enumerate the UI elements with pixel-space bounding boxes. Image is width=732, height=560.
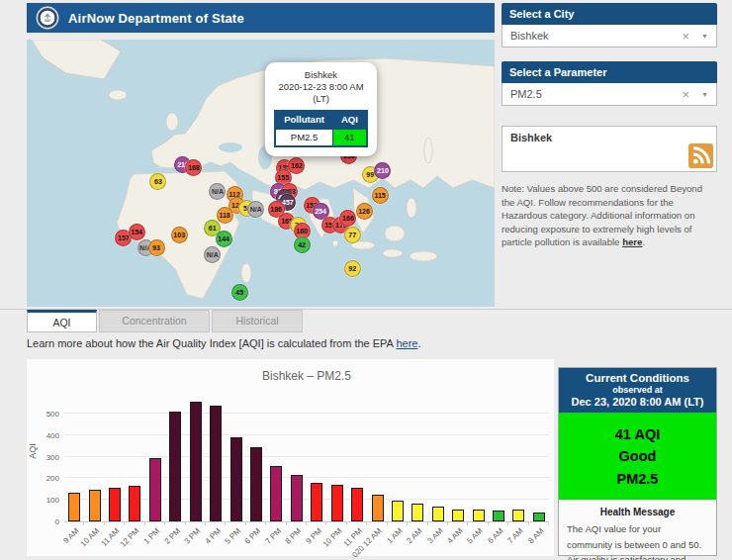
chart-bar[interactable] [190,402,202,521]
x-tick-label: 4 AM [445,526,464,545]
aqi-map-marker[interactable]: 77 [344,227,361,243]
observed-datetime: Dec 23, 2020 8:00 AM (LT) [561,396,714,408]
tab-concentration[interactable]: Concentration [99,310,210,332]
aqi-bar-chart: Bishkek – PM2.5 AQI 0100200300400500 9 A… [27,359,554,556]
tab-bar: AQI Concentration Historical [0,309,732,335]
tab-aqi[interactable]: AQI [27,310,97,332]
x-tick-label: 8 AM [526,526,545,545]
aqi-map-marker[interactable]: 144 [216,231,232,247]
chart-bar[interactable] [452,510,464,521]
city-select-value: Bishkek [510,30,682,42]
note-period: . [642,236,645,247]
chart-bar-slot: 12 PM [125,395,144,521]
aqi-map-marker[interactable]: N/A [247,201,264,218]
chart-bar[interactable] [250,447,262,521]
feed-city-title: Bishkek [510,132,552,143]
chart-bar-slot: 9 PM [307,395,326,521]
chart-bar[interactable] [412,504,423,521]
aqi-map-marker[interactable]: 118 [217,207,233,224]
aqi-map-marker[interactable]: 166 [339,210,356,227]
y-tick-label: 200 [46,474,59,483]
aqi-map-marker[interactable]: N/A [209,183,226,200]
note-here-link[interactable]: here [622,236,642,247]
aqi-map-marker[interactable]: 162 [288,157,305,174]
chart-bar-slot: 10 PM [326,395,346,521]
chart-bar[interactable] [291,475,303,521]
aqi-map-marker[interactable]: 103 [171,227,188,243]
chart-bar[interactable] [230,437,242,521]
aqi-map-marker[interactable]: 154 [129,224,145,240]
learn-more-here-link[interactable]: here [396,337,417,349]
chart-bar-slot: 5 AM [468,395,488,521]
chart-bar[interactable] [109,488,121,521]
chart-bar[interactable] [311,483,322,521]
chart-bar[interactable] [270,466,282,521]
chart-bar[interactable] [129,486,140,521]
x-tick-label: 8 PM [284,526,304,546]
app-header: AirNow Department of State [27,3,495,33]
chart-bar[interactable] [372,495,384,521]
city-dropdown-arrow-icon[interactable]: ▼ [701,33,708,40]
popup-aqi-value: 41 [332,129,366,146]
learn-more-text: Learn more about how the Air Quality Ind… [27,337,420,349]
popup-col-pollutant: Pollutant [275,111,332,129]
chart-bar[interactable] [331,485,343,521]
aqi-map-marker[interactable]: 126 [356,203,373,220]
chart-bar[interactable] [210,406,222,521]
tab-historical[interactable]: Historical [212,310,303,332]
x-tick-label: 7 AM [506,526,525,545]
x-tick-label: 12 PM [119,526,141,549]
chart-bar[interactable] [169,412,181,521]
aqi-map-marker[interactable]: 210 [374,162,391,179]
aqi-map-marker[interactable]: 115 [372,187,389,204]
x-tick-label: 4 PM [203,526,223,546]
chart-bar[interactable] [432,507,444,521]
world-map[interactable]: 21316863N/A11212153N/A11861144N/A4515715… [27,40,495,307]
chart-bar-slot: 1 AM [388,395,408,521]
aqi-map-marker[interactable]: 42 [294,236,311,253]
city-select-combobox[interactable]: Bishkek × ▼ [502,25,717,47]
chart-bar-slot: 8 PM [287,395,307,521]
chart-bar[interactable] [89,490,101,521]
chart-bar[interactable] [68,493,80,521]
x-tick-label: 7 PM [263,526,283,546]
chart-plot-area: 0100200300400500 9 AM10 AM11 AM12 PM1 PM… [64,395,549,522]
x-tick-label: 6 PM [243,526,263,546]
chart-bar-slot: 5 PM [226,395,245,521]
chart-bar[interactable] [392,501,404,521]
aqi-map-marker[interactable]: 92 [344,260,361,277]
popup-pollutant-value: PM2.5 [275,129,332,146]
chart-bar[interactable] [512,510,524,521]
chart-bar-slot: 6 PM [246,395,266,521]
aqi-map-marker[interactable]: 168 [185,159,202,176]
parameter-dropdown-arrow-icon[interactable]: ▼ [701,91,708,98]
current-conditions-panel: Current Conditions observed at Dec 23, 2… [558,367,717,556]
aqi-map-marker[interactable]: N/A [204,246,221,263]
chart-bar-slot: 6 AM [489,395,508,521]
aqi-map-marker[interactable]: 63 [149,173,166,190]
city-clear-icon[interactable]: × [682,29,689,44]
chart-bar-slot: 2 PM [165,395,185,521]
aqi-map-marker[interactable]: 93 [148,239,165,256]
feed-box: Bishkek [502,126,717,172]
chart-bar[interactable] [351,488,363,521]
city-select-widget: Select a City Bishkek × ▼ [502,3,717,47]
chart-bar[interactable] [493,511,504,521]
chart-bar[interactable] [533,513,545,521]
popup-col-aqi: AQI [332,111,366,129]
chart-bar[interactable] [149,458,161,521]
aqi-category: Good [559,445,716,467]
rss-feed-icon[interactable] [688,143,713,168]
health-message-section: Health Message The AQI value for your co… [559,500,716,560]
chart-bar[interactable] [473,510,485,521]
chart-y-axis-label: AQI [28,443,38,459]
parameter-select-value: PM2.5 [510,88,682,100]
parameter-select-combobox[interactable]: PM2.5 × ▼ [502,83,717,106]
y-tick-label: 400 [46,430,59,439]
parameter-clear-icon[interactable]: × [682,87,689,102]
health-message-title: Health Message [567,507,708,517]
marker-layer: 21316863N/A11212153N/A11861144N/A4515715… [27,40,495,307]
aqi-map-marker[interactable]: 45 [231,284,248,301]
health-message-text: The AQI value for your community is betw… [567,521,708,560]
y-tick-label: 0 [55,517,59,526]
